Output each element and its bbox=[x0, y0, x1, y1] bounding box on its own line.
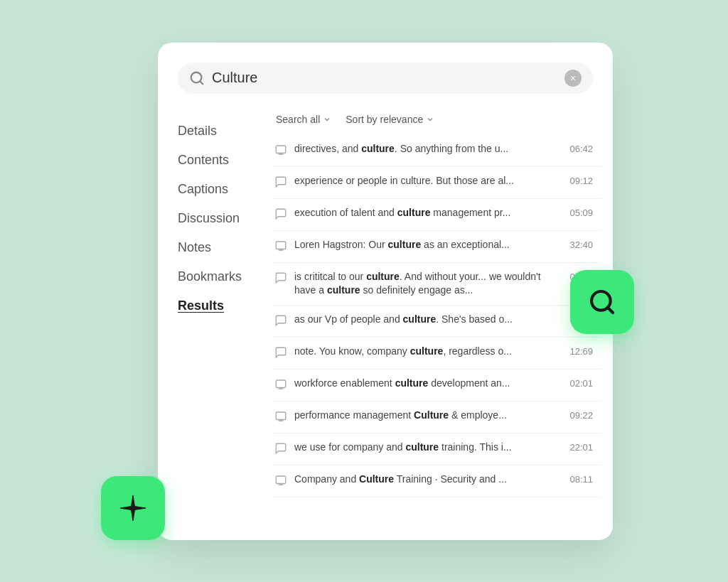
result-time: 22:01 bbox=[569, 442, 593, 453]
result-text: directives, and culture. So anything fro… bbox=[294, 142, 562, 156]
svg-line-1 bbox=[200, 81, 203, 84]
sidebar-item-contents[interactable]: Contents bbox=[178, 146, 272, 175]
result-item[interactable]: execution of talent and culture manageme… bbox=[272, 199, 601, 231]
svg-rect-2 bbox=[276, 146, 286, 153]
sort-filter[interactable]: Sort by relevance bbox=[341, 111, 439, 128]
caption-icon bbox=[274, 346, 287, 362]
page-wrapper: × Details Contents Captions Discussion N… bbox=[122, 28, 606, 554]
caption-icon bbox=[274, 271, 287, 287]
result-text: performance management Culture & employe… bbox=[294, 409, 562, 423]
caption-icon bbox=[274, 208, 287, 223]
svg-line-18 bbox=[608, 307, 613, 312]
search-input[interactable] bbox=[212, 70, 557, 86]
results-list: directives, and culture. So anything fro… bbox=[272, 135, 607, 497]
result-time: 09:12 bbox=[569, 176, 593, 186]
result-time: 05:09 bbox=[569, 208, 593, 218]
search-all-filter[interactable]: Search all bbox=[272, 111, 336, 128]
result-item[interactable]: is crititcal to our culture. And without… bbox=[272, 263, 601, 306]
sidebar-item-notes[interactable]: Notes bbox=[178, 233, 272, 262]
svg-rect-14 bbox=[276, 476, 286, 484]
result-item[interactable]: note. You know, company culture, regardl… bbox=[272, 338, 601, 370]
slide-icon bbox=[274, 378, 287, 394]
sort-label: Sort by relevance bbox=[346, 114, 423, 125]
result-item[interactable]: Loren Hagstron: Our culture as an except… bbox=[272, 231, 601, 263]
result-time: 02:01 bbox=[569, 378, 593, 389]
caption-icon bbox=[274, 176, 287, 191]
fab-search-button[interactable] bbox=[570, 270, 634, 334]
sidebar-item-captions[interactable]: Captions bbox=[178, 175, 272, 204]
slide-icon bbox=[274, 144, 287, 159]
result-time: 06:42 bbox=[569, 144, 593, 154]
sidebar-item-details[interactable]: Details bbox=[178, 117, 272, 146]
result-item[interactable]: experience or people in culture. But tho… bbox=[272, 167, 601, 199]
result-text: is crititcal to our culture. And without… bbox=[294, 270, 562, 298]
slide-icon bbox=[274, 474, 287, 490]
slide-icon bbox=[274, 239, 287, 255]
result-time: 12:69 bbox=[569, 346, 593, 357]
result-text: we use for company and culture training.… bbox=[294, 441, 562, 455]
svg-rect-5 bbox=[276, 242, 286, 249]
svg-rect-11 bbox=[276, 412, 286, 420]
svg-rect-8 bbox=[276, 380, 286, 388]
search-icon bbox=[189, 70, 205, 86]
result-time: 09:22 bbox=[569, 410, 593, 421]
result-text: execution of talent and culture manageme… bbox=[294, 206, 562, 220]
result-text: as our Vp of people and culture. She's b… bbox=[294, 313, 562, 327]
results-pane: Search all Sort by relevance directives,… bbox=[272, 111, 613, 497]
search-all-label: Search all bbox=[276, 114, 320, 125]
filters-row: Search all Sort by relevance bbox=[272, 111, 607, 128]
clear-button[interactable]: × bbox=[564, 70, 582, 87]
result-text: Loren Hagstron: Our culture as an except… bbox=[294, 238, 562, 252]
result-item[interactable]: as our Vp of people and culture. She's b… bbox=[272, 306, 601, 338]
clear-label: × bbox=[570, 72, 576, 84]
slide-icon bbox=[274, 410, 287, 426]
result-text: Company and Culture Training · Security … bbox=[294, 473, 562, 487]
result-text: experience or people in culture. But tho… bbox=[294, 174, 562, 188]
caption-icon bbox=[274, 442, 287, 458]
result-item[interactable]: performance management Culture & employe… bbox=[272, 402, 601, 433]
caption-icon bbox=[274, 314, 287, 330]
content-area: Details Contents Captions Discussion Not… bbox=[158, 111, 613, 497]
result-text: workforce enablement culture development… bbox=[294, 377, 562, 391]
result-time: 32:40 bbox=[569, 239, 593, 250]
result-time: 08:11 bbox=[569, 474, 593, 485]
main-card: × Details Contents Captions Discussion N… bbox=[158, 43, 613, 540]
sidebar-item-discussion[interactable]: Discussion bbox=[178, 204, 272, 233]
result-item[interactable]: Company and Culture Training · Security … bbox=[272, 465, 601, 497]
result-item[interactable]: we use for company and culture training.… bbox=[272, 433, 601, 465]
fab-ai-button[interactable] bbox=[101, 476, 165, 540]
sidebar-item-results[interactable]: Results bbox=[178, 291, 272, 320]
sidebar-item-bookmarks[interactable]: Bookmarks bbox=[178, 262, 272, 291]
result-item[interactable]: workforce enablement culture development… bbox=[272, 370, 601, 402]
result-text: note. You know, company culture, regardl… bbox=[294, 345, 562, 359]
sidebar: Details Contents Captions Discussion Not… bbox=[158, 111, 272, 497]
result-item[interactable]: directives, and culture. So anything fro… bbox=[272, 135, 601, 167]
search-bar: × bbox=[178, 63, 593, 94]
